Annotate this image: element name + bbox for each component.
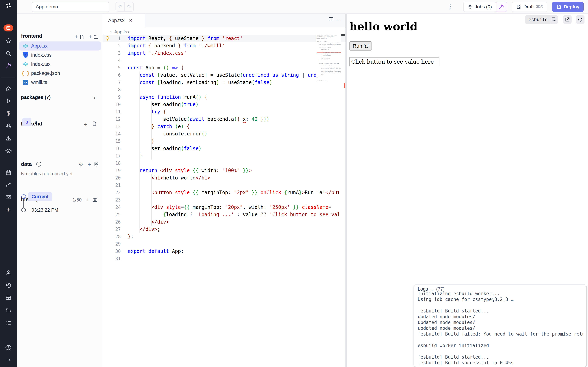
tab-label: App.tsx bbox=[108, 18, 124, 23]
history-entry-marker[interactable] bbox=[21, 208, 26, 212]
workers-server-icon[interactable] bbox=[0, 294, 17, 302]
windmill-logo[interactable] bbox=[0, 2, 17, 9]
line-number: 3 bbox=[103, 50, 121, 57]
line-number: 24 bbox=[103, 204, 121, 211]
open-external-button[interactable] bbox=[563, 15, 571, 24]
react-icon bbox=[22, 61, 29, 67]
save-icon bbox=[556, 4, 562, 9]
dollar-icon[interactable]: $ bbox=[0, 110, 17, 117]
runs-play-icon[interactable] bbox=[0, 97, 17, 105]
code-line-4[interactable]: 4 bbox=[103, 57, 345, 64]
deploy-button[interactable]: Deploy bbox=[552, 2, 584, 12]
file-row-package.json[interactable]: { }package.json bbox=[19, 69, 101, 78]
schedules-calendar-icon[interactable] bbox=[0, 169, 17, 176]
search-icon[interactable] bbox=[0, 50, 17, 57]
breadcrumb[interactable]: › App.tsx bbox=[110, 29, 129, 35]
history-entry-time[interactable]: 03:23:22 PM bbox=[32, 208, 58, 213]
user-icon[interactable] bbox=[0, 269, 17, 276]
code-line-1[interactable]: 1import React, { useState } from 'react' bbox=[103, 35, 345, 42]
log-line: [esbuild] Build successful in 0.45s bbox=[418, 360, 583, 366]
indent-guide bbox=[139, 71, 140, 233]
resources-cubes-icon[interactable] bbox=[0, 122, 17, 130]
line-number: 21 bbox=[103, 182, 121, 189]
kebab-menu[interactable]: ⋮ bbox=[447, 3, 453, 10]
folders-icon[interactable] bbox=[0, 307, 17, 314]
info-icon[interactable]: i bbox=[36, 162, 41, 167]
settings-gear-icon[interactable] bbox=[0, 281, 17, 289]
split-editor-icon[interactable] bbox=[328, 16, 334, 22]
line-number: 10 bbox=[103, 101, 121, 108]
lightbulb-icon[interactable] bbox=[105, 36, 110, 42]
backend-script-badge[interactable]: a bbox=[22, 118, 31, 126]
code-line-3[interactable]: 3import './index.css' bbox=[103, 50, 345, 57]
jobs-button[interactable]: Jobs (0) bbox=[463, 2, 496, 12]
more-options-icon[interactable]: ⋯ bbox=[336, 16, 342, 23]
logs-output[interactable]: Initializing esbuild worker...Using idb … bbox=[418, 291, 583, 367]
packages-toggle[interactable]: packages (7) bbox=[21, 95, 51, 100]
learn-graduation-icon[interactable] bbox=[0, 147, 17, 155]
refresh-button[interactable] bbox=[576, 15, 585, 24]
value-display-box: Click button to see value here bbox=[349, 57, 440, 66]
favorites-star-icon[interactable] bbox=[0, 37, 17, 45]
folder-icon bbox=[93, 34, 99, 40]
code-line-31[interactable]: 31 bbox=[103, 255, 345, 262]
file-icon[interactable] bbox=[92, 121, 97, 126]
save-icon bbox=[516, 4, 521, 9]
line-number: 25 bbox=[103, 211, 121, 218]
minimap[interactable]: import React, { useState } from 'react'i… bbox=[316, 34, 341, 108]
close-icon[interactable]: × bbox=[129, 17, 132, 23]
variables-prism-icon[interactable] bbox=[0, 135, 17, 142]
chevron-right-icon[interactable]: › bbox=[94, 94, 96, 101]
code-line-2[interactable]: 2import { backend } from './wmill' bbox=[103, 42, 345, 50]
file-row-App.tsx[interactable]: App.tsx bbox=[19, 42, 101, 50]
help-icon[interactable] bbox=[0, 344, 17, 351]
ai-wand-icon[interactable] bbox=[0, 62, 17, 70]
new-file-button[interactable]: + bbox=[75, 33, 84, 40]
home-icon[interactable] bbox=[0, 85, 17, 93]
draft-button[interactable]: Draft ⌘S bbox=[512, 2, 547, 12]
app-name-input[interactable] bbox=[32, 2, 109, 12]
history-current-badge[interactable]: Current bbox=[28, 192, 52, 201]
file-row-index.css[interactable]: 3index.css bbox=[19, 50, 101, 60]
data-add-button[interactable]: + bbox=[87, 161, 91, 168]
redo-button[interactable]: ↷ bbox=[125, 2, 133, 11]
inspect-select-button[interactable] bbox=[550, 15, 558, 24]
code-line-28[interactable]: 28}; bbox=[103, 233, 345, 240]
tab-app-tsx[interactable]: App.tsx × bbox=[103, 14, 145, 27]
code-line-30[interactable]: 30export default App; bbox=[103, 248, 345, 255]
database-icon[interactable] bbox=[94, 161, 99, 167]
history-add-button[interactable]: + bbox=[86, 196, 90, 203]
undo-button[interactable]: ↶ bbox=[116, 2, 125, 11]
messages-mail-icon[interactable] bbox=[0, 193, 17, 201]
code-area[interactable]: 1import React, { useState } from 'react'… bbox=[103, 35, 345, 367]
backend-new-script-button[interactable]: + bbox=[84, 121, 87, 128]
line-number: 6 bbox=[103, 71, 121, 79]
history-current-marker[interactable] bbox=[21, 194, 26, 199]
line-number: 15 bbox=[103, 138, 121, 145]
audit-list-icon[interactable] bbox=[0, 319, 17, 327]
file-row-wmill.ts[interactable]: TSwmill.ts bbox=[19, 78, 101, 87]
data-settings-gear-icon[interactable]: ⚙ bbox=[78, 161, 84, 168]
error-overview-marker bbox=[344, 83, 345, 88]
minimap-slider[interactable] bbox=[341, 34, 345, 36]
file-name: index.tsx bbox=[31, 61, 51, 67]
line-number: 26 bbox=[103, 218, 121, 226]
logs-panel: Logs ⌄ (77) Initializing esbuild worker.… bbox=[414, 284, 587, 367]
apps-active-icon[interactable] bbox=[0, 24, 17, 32]
panel-resizer[interactable] bbox=[345, 14, 347, 367]
ai-assistant-button[interactable] bbox=[496, 2, 507, 12]
snapshot-camera-icon[interactable] bbox=[92, 197, 98, 202]
collapse-arrow-icon[interactable]: → bbox=[0, 355, 17, 363]
file-name: App.tsx bbox=[31, 43, 47, 49]
flows-icon[interactable] bbox=[0, 181, 17, 189]
run-a-button[interactable]: Run 'a' bbox=[349, 42, 372, 50]
code-line-29[interactable]: 29 bbox=[103, 240, 345, 248]
add-plus-icon[interactable]: + bbox=[0, 206, 17, 214]
line-number: 27 bbox=[103, 226, 121, 233]
backend-script-label[interactable]: a bbox=[34, 119, 37, 125]
file-row-index.tsx[interactable]: index.tsx bbox=[19, 60, 101, 69]
react-icon bbox=[22, 43, 29, 49]
new-folder-button[interactable]: + bbox=[88, 33, 99, 40]
code-line-5[interactable]: 5const App = () => { bbox=[103, 64, 345, 71]
runtime-badge: esbuild bbox=[525, 15, 551, 24]
